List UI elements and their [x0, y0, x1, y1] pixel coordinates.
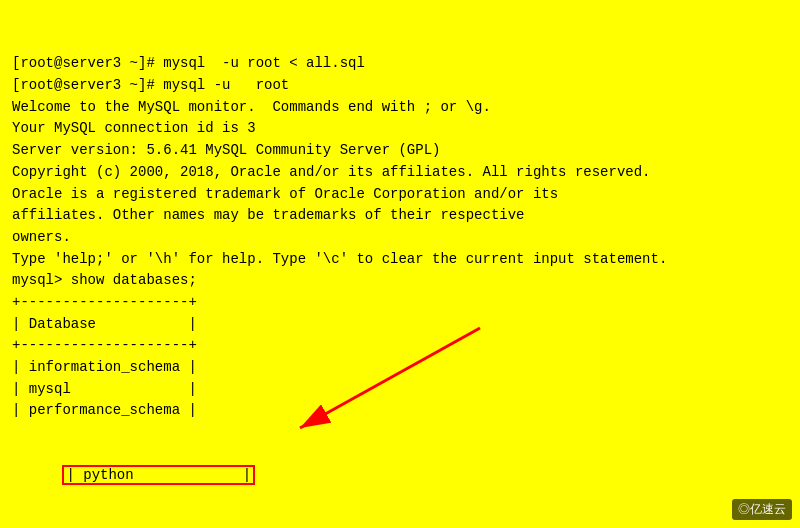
terminal-line: Server version: 5.6.41 MySQL Community S…: [12, 140, 788, 162]
watermark: ◎亿速云: [732, 499, 792, 520]
terminal: [root@server3 ~]# mysql -u root < all.sq…: [0, 0, 800, 528]
terminal-line: +--------------------+: [12, 292, 788, 314]
terminal-line: [root@server3 ~]# mysql -u root < all.sq…: [12, 53, 788, 75]
terminal-line: Your MySQL connection id is 3: [12, 118, 788, 140]
terminal-line: Type 'help;' or '\h' for help. Type '\c'…: [12, 249, 788, 271]
python-highlight: | python |: [62, 465, 255, 485]
terminal-line: [root@server3 ~]# mysql -u root: [12, 75, 788, 97]
terminal-line: mysql> show databases;: [12, 270, 788, 292]
python-row: | python |: [29, 444, 255, 509]
terminal-line: affiliates. Other names may be trademark…: [12, 205, 788, 227]
terminal-line: Welcome to the MySQL monitor. Commands e…: [12, 97, 788, 119]
terminal-line: owners.: [12, 227, 788, 249]
terminal-line: Copyright (c) 2000, 2018, Oracle and/or …: [12, 162, 788, 184]
svg-line-1: [300, 328, 480, 428]
arrow-graphic: [190, 318, 510, 448]
terminal-line: Oracle is a registered trademark of Orac…: [12, 184, 788, 206]
